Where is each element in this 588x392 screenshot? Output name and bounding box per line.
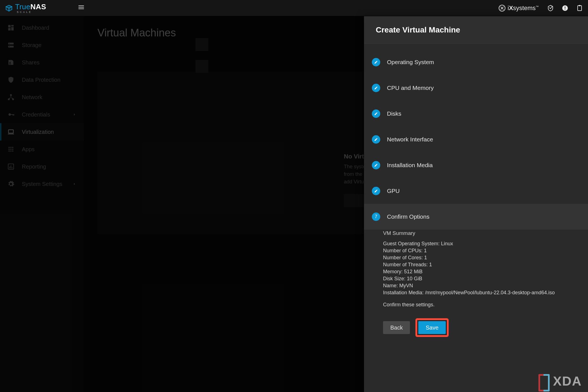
svg-rect-21 — [14, 114, 14, 115]
sidebar-item-label: Credentials — [22, 111, 50, 118]
step-edit-icon — [372, 135, 380, 144]
svg-rect-36 — [12, 167, 12, 168]
sidebar-item-label: Network — [22, 94, 42, 101]
back-button[interactable]: Back — [383, 321, 410, 334]
summary-line: Guest Operating System: Linux — [383, 241, 571, 247]
xda-text: XDA — [553, 374, 582, 389]
step-label: Network Interface — [387, 136, 433, 143]
step-installation-media[interactable]: Installation Media — [372, 152, 580, 178]
svg-rect-4 — [578, 6, 582, 11]
app-header: TrueNAS SCALE iXsystems™ — [0, 0, 588, 16]
truecommand-icon[interactable] — [547, 5, 554, 11]
sidebar-item-network[interactable]: Network — [0, 88, 84, 106]
summary-line: Number of Cores: 1 — [383, 255, 571, 261]
summary-line: Number of CPUs: 1 — [383, 248, 571, 254]
svg-rect-22 — [8, 130, 13, 133]
step-label: Confirm Options — [387, 213, 430, 220]
chart-icon — [7, 163, 15, 170]
sidebar-item-label: Shares — [22, 59, 39, 66]
sidebar-item-label: Dashboard — [22, 25, 49, 31]
step-label: GPU — [387, 188, 400, 194]
svg-point-12 — [9, 43, 10, 44]
summary-line: Memory: 512 MiB — [383, 269, 571, 275]
brand-cube-icon — [5, 4, 13, 12]
summary-line: Disk Size: 10 GiB — [383, 276, 571, 282]
svg-rect-23 — [8, 134, 14, 134]
svg-rect-19 — [11, 114, 14, 115]
svg-point-18 — [8, 113, 11, 116]
network-icon — [7, 94, 15, 101]
svg-point-13 — [9, 46, 10, 47]
svg-rect-34 — [10, 167, 10, 169]
summary-line: Number of Threads: 1 — [383, 262, 571, 268]
svg-point-31 — [10, 150, 11, 151]
brand-sub: SCALE — [17, 11, 46, 13]
svg-point-15 — [10, 94, 12, 96]
step-gpu[interactable]: GPU — [372, 178, 580, 204]
step-number-badge: 7 — [372, 213, 380, 221]
sidebar-item-dashboard[interactable]: Dashboard — [0, 19, 84, 36]
svg-point-14 — [10, 62, 11, 63]
sidebar-item-data-protection[interactable]: Data Protection — [0, 71, 84, 88]
svg-rect-10 — [8, 43, 14, 45]
key-icon — [7, 111, 15, 118]
svg-rect-35 — [11, 165, 11, 169]
sidebar-item-credentials[interactable]: Credentials — [0, 106, 84, 123]
svg-rect-2 — [565, 6, 565, 9]
svg-rect-8 — [11, 27, 14, 31]
svg-point-26 — [12, 147, 13, 148]
summary-line: Name: MyVN — [383, 283, 571, 289]
step-cpu-memory[interactable]: CPU and Memory — [372, 75, 580, 101]
step-operating-system[interactable]: Operating System — [372, 49, 580, 75]
sidebar-item-system-settings[interactable]: System Settings — [0, 175, 84, 193]
sidebar-item-shares[interactable]: Shares — [0, 54, 84, 71]
apps-icon — [7, 146, 15, 153]
shield-icon — [7, 76, 15, 83]
brand-logo[interactable]: TrueNAS SCALE — [5, 3, 46, 13]
wizard-steps: Operating System CPU and Memory Disks Ne… — [364, 44, 588, 230]
ixsystems-logo[interactable]: iXsystems™ — [499, 4, 539, 12]
save-button[interactable]: Save — [418, 321, 446, 334]
dashboard-icon — [7, 24, 15, 31]
summary-confirm-text: Confirm these settings. — [383, 302, 571, 308]
svg-rect-9 — [8, 28, 11, 31]
svg-point-29 — [12, 149, 13, 150]
step-edit-icon — [372, 161, 380, 169]
xda-glyph-icon — [538, 374, 550, 388]
vm-summary: VM Summary Guest Operating System: Linux… — [364, 230, 588, 337]
step-edit-icon — [372, 84, 380, 92]
sidebar-item-label: Reporting — [22, 164, 46, 170]
sidebar: Dashboard Storage Shares Data Protection… — [0, 16, 84, 392]
step-edit-icon — [372, 58, 380, 66]
gear-icon — [7, 180, 15, 188]
step-confirm-options[interactable]: 7 Confirm Options — [364, 204, 588, 230]
svg-rect-6 — [8, 25, 11, 27]
step-network-interface[interactable]: Network Interface — [372, 127, 580, 152]
status-icon[interactable] — [562, 5, 568, 11]
svg-rect-3 — [565, 9, 565, 10]
sidebar-item-storage[interactable]: Storage — [0, 36, 84, 54]
step-disks[interactable]: Disks — [372, 101, 580, 127]
sidebar-item-label: Apps — [22, 146, 35, 153]
create-vm-slideover: Create Virtual Machine Operating System … — [364, 16, 588, 392]
svg-rect-7 — [11, 25, 14, 26]
storage-icon — [7, 41, 15, 49]
svg-point-32 — [12, 150, 13, 151]
sidebar-item-virtualization[interactable]: Virtualization — [0, 123, 84, 141]
jobs-icon[interactable] — [576, 5, 583, 11]
svg-point-25 — [10, 147, 11, 148]
step-label: CPU and Memory — [387, 85, 434, 91]
placeholder-icon — [195, 38, 208, 51]
summary-heading: VM Summary — [383, 230, 571, 236]
save-highlight: Save — [416, 318, 449, 337]
sidebar-item-reporting[interactable]: Reporting — [0, 158, 84, 175]
shares-icon — [7, 59, 15, 66]
slideover-title: Create Virtual Machine — [376, 25, 460, 34]
svg-rect-11 — [8, 46, 14, 48]
sidebar-item-apps[interactable]: Apps — [0, 141, 84, 158]
brand-nas: NAS — [31, 3, 46, 11]
hamburger-icon[interactable] — [78, 4, 85, 12]
sidebar-item-label: System Settings — [22, 181, 62, 187]
summary-line: Installation Media: /mnt/mypool/NewPool/… — [383, 290, 571, 296]
step-label: Installation Media — [387, 162, 433, 169]
